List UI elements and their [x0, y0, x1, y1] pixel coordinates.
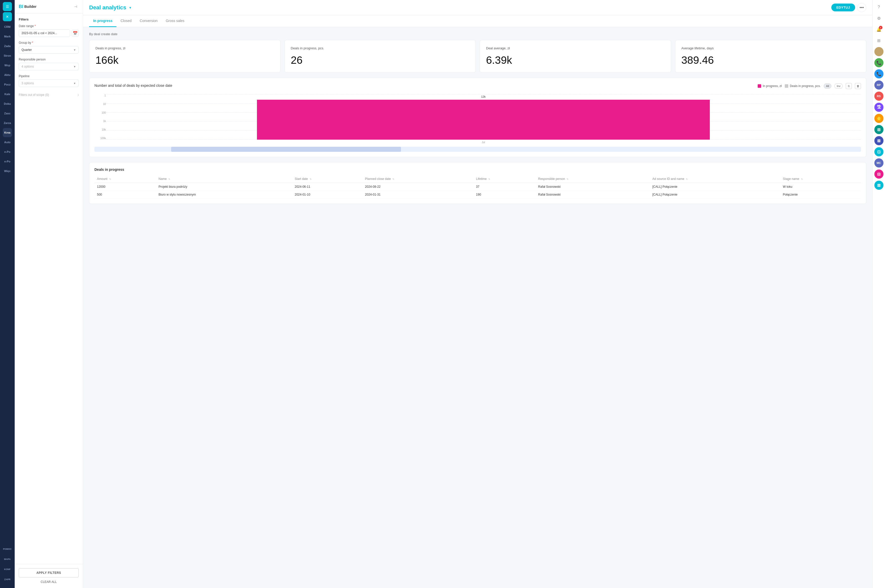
- sidebar-item-aktu[interactable]: Aktu: [3, 70, 12, 80]
- chart-copy-icon[interactable]: ⎘: [846, 83, 852, 89]
- group-by-required: *: [32, 41, 33, 45]
- builder-text: Builder: [24, 4, 36, 9]
- cell-responsible-1: Rafał Sosnowski: [536, 191, 650, 199]
- chart-title: Number and total of deals by expected cl…: [95, 84, 172, 87]
- col-ad-source[interactable]: Ad source ID and name ⇅: [650, 175, 780, 183]
- sort-icon-amount: ⇅: [109, 178, 111, 180]
- chart-scrollbar[interactable]: [95, 147, 861, 152]
- cell-ad-source-0: [CALL] Połączenie: [650, 183, 780, 191]
- table-row: 500 Biuro w stylu nowoczesnym 2024-01-10…: [95, 191, 861, 199]
- close-icon[interactable]: ✕: [3, 12, 12, 21]
- apply-filters-button[interactable]: APPLY FILTERS: [19, 568, 79, 578]
- pipeline-placeholder: 3 options: [21, 81, 34, 85]
- sidebar-item-konf[interactable]: KONF: [3, 565, 12, 574]
- chart-legend: In progress, zł Deals in progress, pcs. …: [758, 83, 861, 89]
- group-by-filter: Group by * Quarter ▼: [19, 41, 79, 54]
- sidebar-item-auto[interactable]: Auto: [3, 138, 12, 147]
- sidebar-item-zada[interactable]: Zada: [3, 42, 12, 51]
- more-options-button[interactable]: •••: [857, 3, 866, 12]
- edit-button[interactable]: EDYTUJ: [831, 3, 855, 11]
- avatar-pink[interactable]: ⊟: [874, 170, 883, 178]
- chevron-down-icon-2: ▼: [74, 65, 76, 68]
- avatar-phone-green[interactable]: 📞: [874, 58, 883, 67]
- chart-delete-icon[interactable]: 🗑: [855, 83, 861, 89]
- sidebar-item-zarza[interactable]: Zarza: [3, 118, 12, 128]
- avatar-grid[interactable]: ⊞: [874, 125, 883, 134]
- sidebar-collapse-button[interactable]: ⊣: [73, 3, 79, 10]
- sidebar-item-mapa[interactable]: MAPA: [3, 555, 12, 564]
- filters-sidebar: BI Builder ⊣ Filters Date range * 2023-0…: [15, 0, 83, 588]
- responsible-person-select[interactable]: 4 options ▼: [19, 63, 79, 70]
- sidebar-item-stron[interactable]: Stron: [3, 51, 12, 60]
- hamburger-menu-icon[interactable]: ☰: [3, 2, 12, 11]
- date-range-label: Date range *: [19, 24, 79, 28]
- cell-lifetime-0: 37: [473, 183, 535, 191]
- sidebar-item-wsp[interactable]: Wsp: [3, 61, 12, 70]
- avatar-rp[interactable]: RP: [874, 81, 883, 90]
- sidebar-item-zasc[interactable]: Zasc: [3, 109, 12, 118]
- sort-icon-ad-source: ⇅: [686, 178, 688, 180]
- col-planned-close[interactable]: Planned close date ⇅: [362, 175, 473, 183]
- chevron-down-icon-3: ▼: [74, 82, 76, 85]
- sidebar-item-crm[interactable]: CRM: [3, 22, 12, 32]
- kpi-card-3: Average lifetime, days 389.46: [675, 40, 867, 73]
- responsible-person-placeholder: 4 options: [21, 65, 34, 68]
- inv-button[interactable]: Inv: [834, 84, 843, 88]
- sidebar-item-wiec[interactable]: Więc: [3, 166, 12, 176]
- sidebar-item-kale[interactable]: Kale: [3, 90, 12, 99]
- col-amount[interactable]: Amount ⇅: [95, 175, 156, 183]
- sidebar-item-zapr[interactable]: ZAPR: [3, 575, 12, 584]
- avatar-mc[interactable]: MC: [874, 158, 883, 168]
- question-icon[interactable]: ?: [874, 3, 883, 12]
- sidebar-item-doku[interactable]: Doku: [3, 99, 12, 108]
- all-button[interactable]: All: [824, 84, 831, 88]
- avatar-cyan[interactable]: ⊡: [874, 147, 883, 156]
- chevron-down-icon: ▼: [74, 49, 76, 51]
- avatar-1[interactable]: [874, 47, 883, 56]
- tab-in-progress[interactable]: In progress: [89, 15, 116, 27]
- col-stage[interactable]: Stage name ⇅: [780, 175, 861, 183]
- tab-conversion[interactable]: Conversion: [136, 15, 162, 27]
- page-title-dropdown-icon[interactable]: ▾: [129, 6, 131, 10]
- kpi-card-0: Deals in progress, zł 166k: [89, 40, 281, 73]
- table-header: Amount ⇅ Name ⇅ Start date ⇅ Planned c: [95, 175, 861, 183]
- clear-all-button[interactable]: CLEAR ALL: [19, 580, 79, 584]
- filters-out-of-scope[interactable]: Filters out of scope (0) ›: [19, 91, 79, 99]
- sidebar-item-epo1[interactable]: e-Po: [3, 147, 12, 156]
- sidebar-item-krea[interactable]: Krea: [3, 128, 12, 137]
- group-by-select[interactable]: Quarter ▼: [19, 46, 79, 54]
- sidebar-item-pomoc[interactable]: POMOC: [3, 544, 12, 554]
- avatar-island[interactable]: 🏝: [874, 103, 883, 112]
- kpi-card-2: Deal average, zł 6.39k: [480, 40, 671, 73]
- cell-lifetime-1: 190: [473, 191, 535, 199]
- avatar-9[interactable]: ⊠: [874, 136, 883, 145]
- pipeline-select[interactable]: 3 options ▼: [19, 80, 79, 87]
- sort-icon-lifetime: ⇅: [488, 178, 490, 180]
- sidebar-item-pocz[interactable]: Pocz: [3, 80, 12, 89]
- col-start-date[interactable]: Start date ⇅: [292, 175, 362, 183]
- cell-responsible-0: Rafał Sosnowski: [536, 183, 650, 191]
- filters-title: Filters: [19, 18, 79, 21]
- by-date-label: By deal create date: [89, 32, 866, 36]
- date-range-input[interactable]: 2023-01-05 ≤ col < 2024...: [19, 29, 70, 37]
- sidebar-item-mark[interactable]: Mark: [3, 32, 12, 41]
- settings-icon[interactable]: ⚙: [874, 14, 883, 23]
- tab-gross-sales[interactable]: Gross sales: [162, 15, 189, 27]
- sidebar-item-epo2[interactable]: e-Po: [3, 157, 12, 166]
- calendar-icon[interactable]: 📅: [72, 30, 79, 37]
- col-responsible[interactable]: Responsible person ⇅: [536, 175, 650, 183]
- table-icon[interactable]: ⊞: [874, 36, 883, 45]
- col-lifetime[interactable]: Lifetime ⇅: [473, 175, 535, 183]
- avatar-rs[interactable]: RS: [874, 92, 883, 101]
- sidebar-content: Filters Date range * 2023-01-05 ≤ col < …: [15, 14, 83, 564]
- chart-x-labels: Jul: [106, 140, 861, 145]
- cell-name-0: Projekt biura podróży: [156, 183, 292, 191]
- avatar-phone-blue[interactable]: 📞: [874, 69, 883, 78]
- avatar-star[interactable]: 🌟: [874, 114, 883, 123]
- bar-label: 12k: [481, 95, 486, 98]
- col-name[interactable]: Name ⇅: [156, 175, 292, 183]
- tab-closed[interactable]: Closed: [116, 15, 136, 27]
- legend-label-1: Deals in progress, pcs.: [790, 84, 821, 88]
- bell-icon[interactable]: 🔔 8: [874, 25, 883, 34]
- avatar-teal[interactable]: ⊠: [874, 181, 883, 190]
